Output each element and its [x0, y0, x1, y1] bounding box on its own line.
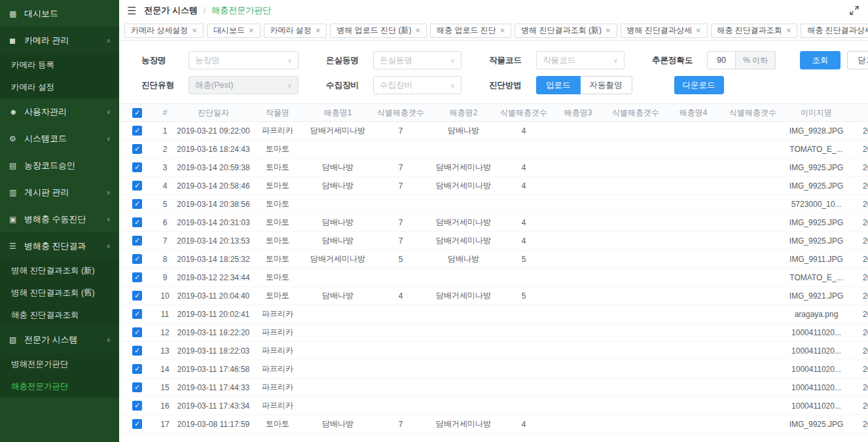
table-row[interactable]: ✓12019-03-21 09:22:00파프리카담배거세미나방7담배나방4IM… [119, 122, 868, 140]
tab-close-icon[interactable]: × [316, 26, 321, 35]
sidebar-item-system-code[interactable]: ⚙시스템코드∨ [0, 125, 119, 152]
close-button[interactable]: 닫기 [847, 51, 868, 69]
sidebar-item-pest-manual-diagnosis[interactable]: ▣병해충 수동진단∨ [0, 206, 119, 232]
table-row[interactable]: ✓132019-03-11 18:22:03파프리카1000411020...2… [119, 342, 868, 360]
diagnosis-type-select[interactable]: 해충(Pest) ∨ [189, 76, 298, 94]
select-all-checkbox[interactable]: ✓ [132, 108, 142, 118]
tab-close-icon[interactable]: × [249, 26, 254, 35]
row-checkbox[interactable]: ✓ [132, 236, 142, 246]
cell-crop: 토마토 [252, 250, 303, 268]
sidebar-item-dashboard[interactable]: ▦대시보드 [0, 0, 119, 27]
table-row[interactable]: ✓142019-03-11 17:46:58파프리카1000411020...2… [119, 360, 868, 378]
table-row[interactable]: ✓112019-03-11 20:02:41파프리카aragaya.png201 [119, 305, 868, 323]
method-upload-button[interactable]: 업로드 [536, 76, 581, 94]
tab-camera-detail-settings[interactable]: 카메라 상세설정× [124, 24, 204, 38]
row-checkbox[interactable]: ✓ [132, 346, 142, 356]
fullscreen-icon[interactable] [850, 6, 859, 15]
table-row[interactable]: ✓62019-03-14 20:31:03토마토담배나방7담배거세미나방4IMG… [119, 213, 868, 232]
tab-pest-upload-diagnosis[interactable]: 해충 업로드 진단× [430, 24, 511, 38]
table-row[interactable]: ✓82019-03-14 18:25:32토마토담배거세미나방5담배나방5IMG… [119, 250, 868, 268]
table-row[interactable]: ✓92019-03-12 22:34:44토마토TOMATO_E_...201 [119, 268, 868, 287]
row-checkbox[interactable]: ✓ [132, 199, 142, 209]
sidebar-item-expert-system[interactable]: ▧전문가 시스템∧ [0, 326, 119, 353]
hamburger-menu-icon[interactable]: ☰ [127, 5, 136, 17]
row-select-cell: ✓ [119, 232, 155, 250]
sidebar-item-disease-result-inquiry-old[interactable]: 병해 진단결과조회 (舊) [0, 282, 119, 304]
table-row[interactable]: ✓102019-03-11 20:04:40토마토담배나방4담배거세미나방5IM… [119, 287, 868, 305]
sidebar-item-farm-code-approval[interactable]: ▤농장코드승인 [0, 152, 119, 179]
row-checkbox[interactable]: ✓ [132, 144, 142, 154]
row-checkbox[interactable]: ✓ [132, 401, 142, 411]
table-row[interactable]: ✓172019-03-08 11:17:59토마토담배나방7담배거세미나방4IM… [119, 415, 868, 433]
cell-date: 2019-03-11 18:22:20 [175, 323, 252, 342]
row-checkbox[interactable]: ✓ [132, 291, 142, 301]
row-checkbox[interactable]: ✓ [132, 181, 142, 191]
tab-dashboard[interactable]: 대시보드× [207, 24, 261, 38]
sidebar-item-pest-expert-judgment[interactable]: 해충전문가판단 [0, 375, 119, 397]
row-checkbox[interactable]: ✓ [132, 254, 142, 264]
table-row[interactable]: ✓122019-03-11 18:22:20파프리카1000411020...2… [119, 323, 868, 342]
row-checkbox[interactable]: ✓ [132, 309, 142, 319]
tab-close-icon[interactable]: × [415, 26, 420, 35]
row-checkbox[interactable]: ✓ [132, 126, 142, 136]
table-row[interactable]: ✓72019-03-14 20:13:53토마토담배나방7담배거세미나방4IMG… [119, 232, 868, 250]
sidebar-item-user-management[interactable]: ☻사용자관리∨ [0, 98, 119, 125]
row-checkbox[interactable]: ✓ [132, 327, 142, 337]
download-button[interactable]: 다운로드 [674, 76, 724, 94]
table-row[interactable]: ✓32019-03-14 20:59:38토마토담배나방7담배거세미나방4IMG… [119, 158, 868, 177]
tab-camera-settings[interactable]: 카메라 설정× [264, 24, 327, 38]
row-checkbox[interactable]: ✓ [132, 419, 142, 429]
tab-close-icon[interactable]: × [606, 26, 611, 35]
sidebar-item-pest-result-inquiry[interactable]: 해충 진단결과조회 [0, 304, 119, 326]
farm-name-select[interactable]: 농장명 ∨ [189, 51, 298, 69]
tab-close-icon[interactable]: × [696, 26, 701, 35]
row-checkbox[interactable]: ✓ [132, 217, 142, 227]
method-auto-button[interactable]: 자동촬영 [581, 76, 632, 94]
row-checkbox[interactable]: ✓ [132, 364, 142, 374]
row-checkbox[interactable]: ✓ [132, 382, 142, 392]
cell-pest2: 담배나방 [429, 122, 498, 140]
accuracy-input[interactable] [707, 51, 736, 69]
cell-pest2 [429, 323, 498, 342]
chevron-down-icon: ∨ [287, 82, 292, 89]
device-select[interactable]: 수집장비 ∨ [373, 76, 461, 94]
tab-disease-result-detail[interactable]: 병해 진단결과상세× [621, 24, 708, 38]
cell-no: 10 [155, 287, 175, 305]
cell-pest1: 담배거세미나방 [303, 250, 372, 268]
greenhouse-select[interactable]: 온실동명 ∨ [373, 51, 461, 69]
tab-close-icon[interactable]: × [192, 26, 197, 35]
row-select-cell: ✓ [119, 195, 155, 213]
table-row[interactable]: ✓22019-03-16 18:24:43토마토TOMATO_E_...201 [119, 140, 868, 158]
sidebar-item-board-management[interactable]: ▥게시판 관리∨ [0, 179, 119, 206]
tab-pest-result-detail[interactable]: 해충 진단결과상세× [801, 24, 868, 38]
row-checkbox[interactable]: ✓ [132, 272, 142, 282]
crop-code-select[interactable]: 작물코드 ∨ [536, 51, 624, 69]
tab-close-icon[interactable]: × [500, 26, 505, 35]
cell-date: 2019-03-14 20:58:46 [175, 177, 252, 195]
tab-label: 병해 진단결과조회 (新) [521, 25, 602, 36]
table-row[interactable]: ✓152019-03-11 17:44:33파프리카1000411020...2… [119, 378, 868, 397]
sidebar-item-camera-register[interactable]: 카메라 등록 [0, 54, 119, 76]
sidebar-item-disease-expert-judgment[interactable]: 병해전문가판단 [0, 353, 119, 375]
cell-pest4 [664, 397, 722, 415]
sidebar-item-disease-result-inquiry-new[interactable]: 병해 진단결과조회 (新) [0, 259, 119, 282]
tab-disease-upload-diagnosis-new[interactable]: 병해 업로드 진단 (新)× [330, 24, 427, 38]
cell-pest2: 담배나방 [429, 250, 498, 268]
sidebar-item-camera-management[interactable]: ◼카메라 관리∧ [0, 27, 119, 54]
row-select-cell: ✓ [119, 415, 155, 433]
tab-close-icon[interactable]: × [786, 26, 791, 35]
cell-count4 [722, 378, 784, 397]
cell-pest3 [549, 287, 607, 305]
row-checkbox[interactable]: ✓ [132, 162, 142, 172]
sidebar-item-pest-diagnosis-results[interactable]: ☰병해충 진단결과∧ [0, 232, 119, 259]
chevron-down-icon: ∨ [450, 82, 455, 89]
table-row[interactable]: ✓162019-03-11 17:43:34파프리카1000411020...2… [119, 397, 868, 415]
app-root: ▦대시보드◼카메라 관리∧카메라 등록카메라 설정☻사용자관리∨⚙시스템코드∨▤… [0, 0, 868, 442]
search-button[interactable]: 조회 [800, 51, 841, 69]
table-row[interactable]: ✓52019-03-14 20:38:56토마토5723000_10...201 [119, 195, 868, 213]
tab-disease-result-inquiry-new[interactable]: 병해 진단결과조회 (新)× [515, 24, 617, 38]
tab-pest-result-inquiry[interactable]: 해충 진단결과조회× [711, 24, 798, 38]
table-row[interactable]: ✓42019-03-14 20:58:46토마토담배나방7담배거세미나방4IMG… [119, 177, 868, 195]
cell-count4 [722, 323, 784, 342]
sidebar-item-camera-settings[interactable]: 카메라 설정 [0, 76, 119, 98]
